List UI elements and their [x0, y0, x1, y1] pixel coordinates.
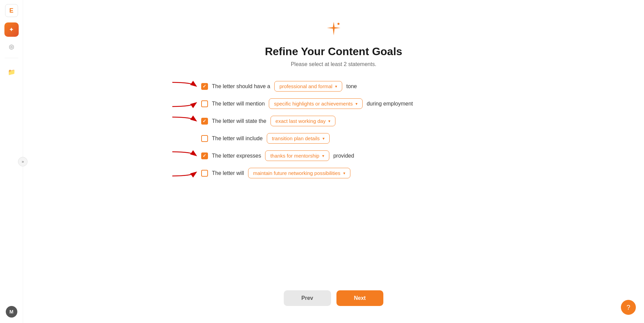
svg-point-0: [337, 23, 340, 25]
statement-transition: The letter will include transition plan …: [201, 133, 466, 144]
checkbox-transition[interactable]: [201, 135, 208, 142]
dropdown-transition[interactable]: transition plan details ▾: [267, 133, 330, 144]
prev-button[interactable]: Prev: [284, 290, 331, 306]
statement-highlights: The letter will mention specific highlig…: [201, 98, 466, 109]
dropdown-mentorship[interactable]: thanks for mentorship ▾: [265, 150, 329, 161]
arrow-highlights: [171, 98, 198, 110]
sidebar-divider: [5, 58, 18, 58]
dropdown-highlights[interactable]: specific highlights or achievements ▾: [269, 98, 363, 109]
next-button[interactable]: Next: [336, 290, 384, 306]
sidebar-item-ai[interactable]: ✦: [4, 22, 19, 37]
avatar[interactable]: M: [6, 306, 17, 318]
dropdown-transition-value: transition plan details: [272, 135, 320, 141]
statement-mentorship-prefix: The letter expresses: [212, 153, 261, 159]
dropdown-mentorship-value: thanks for mentorship: [270, 153, 319, 159]
star-icon: [326, 20, 342, 40]
statement-highlights-prefix: The letter will mention: [212, 101, 265, 107]
bottom-nav: Prev Next: [284, 290, 383, 306]
checkbox-mentorship[interactable]: [201, 152, 208, 159]
statements-container: The letter should have a professional an…: [201, 81, 466, 178]
arrow-networking: [171, 167, 198, 179]
support-icon: ?: [626, 304, 630, 311]
chevron-down-icon: ▾: [322, 154, 324, 158]
main-content: Refine Your Content Goals Please select …: [23, 0, 644, 323]
sidebar-collapse-button[interactable]: »: [18, 157, 28, 166]
ai-icon: ✦: [9, 26, 14, 33]
statement-networking: The letter will maintain future networki…: [201, 168, 466, 178]
statement-highlights-suffix: during employment: [367, 101, 413, 107]
dropdown-tone[interactable]: professional and formal ▾: [274, 81, 342, 92]
checkbox-networking[interactable]: [201, 170, 208, 177]
chevron-down-icon: ▾: [343, 171, 345, 176]
chevron-down-icon: ▾: [335, 84, 337, 89]
statement-tone-suffix: tone: [346, 83, 357, 90]
support-button[interactable]: ?: [621, 300, 636, 315]
sidebar-item-folder[interactable]: 📁: [4, 65, 19, 79]
statement-mentorship: The letter expresses thanks for mentorsh…: [201, 150, 466, 161]
folder-icon: 📁: [8, 68, 15, 76]
app-logo[interactable]: E: [5, 4, 18, 17]
checkbox-lastday[interactable]: [201, 118, 208, 125]
statement-tone-prefix: The letter should have a: [212, 83, 271, 90]
arrow-mentorship: [171, 150, 198, 162]
dropdown-networking-value: maintain future networking possibilities: [253, 170, 341, 176]
sidebar-item-search[interactable]: ◎: [4, 39, 19, 54]
chevron-down-icon: ▾: [328, 119, 330, 124]
arrow-tone: [171, 81, 198, 92]
statement-lastday-prefix: The letter will state the: [212, 118, 266, 124]
sidebar: E ✦ ◎ 📁 » M: [0, 0, 23, 323]
dropdown-tone-value: professional and formal: [279, 83, 332, 89]
arrow-lastday: [171, 115, 198, 127]
chevron-down-icon: ▾: [323, 136, 325, 141]
dropdown-lastday-value: exact last working day: [276, 118, 326, 124]
statement-tone: The letter should have a professional an…: [201, 81, 466, 92]
checkbox-highlights[interactable]: [201, 100, 208, 107]
dropdown-networking[interactable]: maintain future networking possibilities…: [248, 168, 350, 178]
chevron-down-icon: ▾: [355, 101, 358, 106]
statement-mentorship-suffix: provided: [333, 153, 354, 159]
statement-transition-prefix: The letter will include: [212, 135, 263, 142]
search-icon: ◎: [9, 43, 14, 50]
checkbox-tone[interactable]: [201, 83, 208, 90]
page-title: Refine Your Content Goals: [265, 45, 402, 58]
page-subtitle: Please select at least 2 statements.: [291, 61, 377, 67]
statement-lastday: The letter will state the exact last wor…: [201, 116, 466, 126]
dropdown-highlights-value: specific highlights or achievements: [274, 101, 353, 107]
statement-networking-prefix: The letter will: [212, 170, 244, 176]
dropdown-lastday[interactable]: exact last working day ▾: [271, 116, 336, 126]
